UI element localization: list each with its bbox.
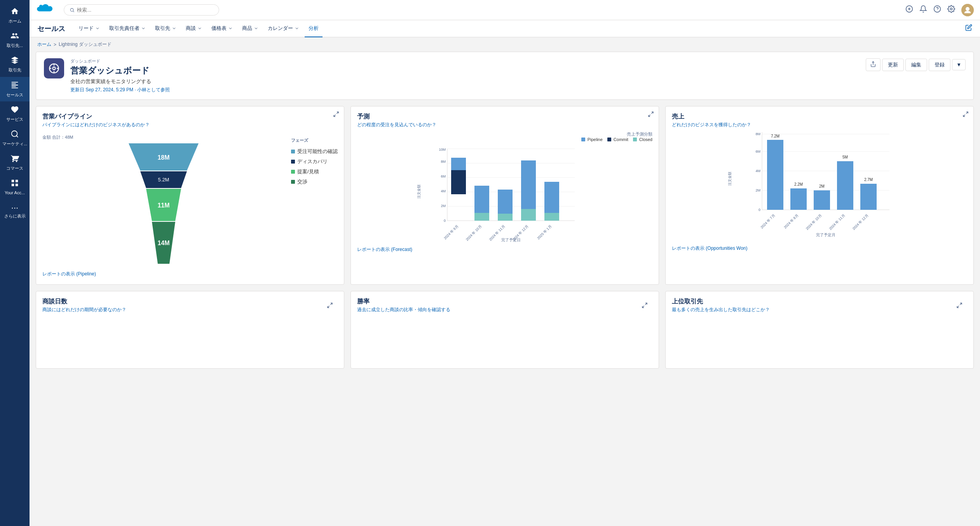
avatar[interactable]	[961, 4, 974, 16]
sidebar-item-more[interactable]: ··· さらに表示	[0, 200, 30, 223]
svg-line-97	[645, 303, 647, 305]
sales-icon	[10, 81, 19, 91]
subscribe-button[interactable]: 登録	[929, 59, 950, 71]
legend-color-2	[291, 160, 295, 164]
pipeline-subtitle[interactable]: パイプラインにはどれだけのビジネスがあるのか？	[42, 122, 338, 128]
sidebar-item-sales[interactable]: セールス	[0, 77, 30, 101]
settings-icon[interactable]	[947, 5, 955, 15]
svg-text:2024 年 7月: 2024 年 7月	[760, 213, 776, 229]
nav-item-analytics[interactable]: 分析	[305, 20, 323, 37]
chevron-down-icon-5	[228, 26, 233, 31]
nav-label-deals: 商談	[186, 25, 196, 32]
svg-line-98	[642, 306, 644, 308]
svg-text:注文金額: 注文金額	[728, 172, 732, 186]
help-icon[interactable]	[933, 5, 941, 15]
svg-line-66	[963, 115, 965, 117]
navbar-title: セールス	[37, 24, 65, 33]
sidebar-item-contacts[interactable]: 取引先...	[0, 28, 30, 52]
sidebar-label-commerce: コマース	[6, 166, 23, 171]
marketing-icon	[10, 130, 19, 140]
revenue-subtitle[interactable]: どれだけのビジネスを獲得したのか？	[672, 122, 967, 128]
sidebar-label-more: さらに表示	[4, 214, 26, 219]
top-accounts-title: 上位取引先	[672, 298, 967, 306]
forecast-report-link[interactable]: レポートの表示 (Forecast)	[357, 246, 652, 253]
breadcrumb: ホーム > Lightning ダッシュボード	[30, 37, 980, 52]
sidebar-item-marketing[interactable]: マーケティ...	[0, 126, 30, 150]
revenue-title: 売上	[672, 113, 967, 121]
nav-item-pricelist[interactable]: 価格表	[208, 20, 237, 37]
revenue-expand-icon[interactable]	[963, 111, 969, 119]
sidebar-item-commerce[interactable]: コマース	[0, 150, 30, 175]
deal-days-subtitle[interactable]: 商談にはどれだけの期間が必要なのか？	[42, 307, 338, 313]
chevron-down-icon-4	[197, 26, 202, 31]
refresh-button[interactable]: 更新	[882, 59, 904, 71]
pipeline-title: 営業パイプライン	[42, 113, 338, 121]
forecast-legend-items: Pipeline Commit Closed	[357, 137, 652, 142]
svg-rect-58	[544, 213, 559, 221]
search-input[interactable]	[77, 7, 213, 13]
nav-label-leads: リード	[78, 25, 94, 32]
dashboard-icon	[44, 58, 64, 78]
nav-label-accounts: 取引先	[155, 25, 170, 32]
svg-point-15	[966, 7, 970, 11]
forecast-expand-icon[interactable]	[648, 111, 654, 119]
add-icon[interactable]	[905, 5, 913, 15]
charts-grid: 営業パイプライン パイプラインにはどれだけのビジネスがあるのか？ 金額 合計：4…	[30, 106, 980, 291]
top-accounts-subtitle[interactable]: 最も多くの売上を生み出した取引先はどこか？	[672, 307, 967, 313]
svg-text:2024 年 11月: 2024 年 11月	[828, 213, 846, 231]
nav-item-accounts[interactable]: 取引先	[151, 20, 180, 37]
svg-rect-4	[12, 184, 14, 186]
top-accounts-expand-icon[interactable]	[956, 302, 963, 310]
deal-days-expand-icon[interactable]	[327, 302, 333, 310]
legend-item-1: 受注可能性の確認	[291, 148, 338, 155]
nav-items: リード 取引先責任者 取引先 商談 価格表	[75, 20, 323, 37]
nav-label-calendar: カレンダー	[268, 25, 293, 32]
svg-text:5.2M: 5.2M	[158, 177, 169, 183]
sidebar-item-service[interactable]: サービス	[0, 101, 30, 126]
svg-rect-54	[498, 214, 513, 221]
breadcrumb-home[interactable]: ホーム	[37, 41, 51, 48]
sidebar-item-accounts[interactable]: 取引先	[0, 52, 30, 77]
svg-rect-2	[12, 180, 14, 182]
pipeline-chart-card: 営業パイプライン パイプラインにはどれだけのビジネスがあるのか？ 金額 合計：4…	[36, 106, 344, 285]
notification-icon[interactable]	[919, 5, 927, 15]
pipeline-report-link[interactable]: レポートの表示 (Pipeline)	[42, 271, 338, 277]
win-rate-subtitle[interactable]: 過去に成立した商談の比率・傾向を確認する	[357, 307, 652, 313]
content: ホーム > Lightning ダッシュボード ダッシュボード 営業ダッシュボー…	[30, 37, 980, 526]
svg-rect-5	[16, 184, 18, 186]
nav-item-leads[interactable]: リード	[75, 20, 104, 37]
nav-item-calendar[interactable]: カレンダー	[264, 20, 303, 37]
nav-item-contacts[interactable]: 取引先責任者	[105, 20, 150, 37]
more-button[interactable]: ▼	[952, 59, 966, 70]
search-box[interactable]	[64, 4, 219, 16]
nav-edit-icon[interactable]	[965, 24, 972, 33]
svg-line-95	[330, 303, 332, 305]
forecast-subtitle[interactable]: どの程度の受注を見込んでいるのか？	[357, 122, 652, 128]
home-icon	[10, 7, 19, 17]
nav-item-products[interactable]: 商品	[238, 20, 262, 37]
svg-rect-50	[451, 158, 466, 170]
svg-text:2024 年 10月: 2024 年 10月	[465, 224, 483, 242]
svg-text:2024 年 9月: 2024 年 9月	[443, 224, 459, 240]
breadcrumb-sep: >	[54, 42, 56, 47]
edit-button[interactable]: 編集	[905, 59, 927, 71]
legend-color-3	[291, 170, 295, 174]
win-rate-expand-icon[interactable]	[642, 302, 648, 310]
pipeline-legend-title: フェーズ	[291, 138, 338, 143]
nav-item-deals[interactable]: 商談	[182, 20, 206, 37]
legend-item-4: 交渉	[291, 178, 338, 185]
share-button[interactable]	[866, 58, 881, 71]
legend-color-1	[291, 150, 295, 153]
sidebar-label-accounts: 取引先	[9, 68, 21, 73]
dashboard-description: 全社の営業実績をモニタリングする	[70, 78, 866, 85]
svg-rect-49	[451, 170, 466, 194]
svg-line-99	[960, 303, 962, 305]
forecast-legend-title: 売上予測分類	[627, 131, 652, 137]
sidebar-label-youracc: Your Acc...	[5, 190, 25, 195]
svg-line-65	[966, 112, 968, 114]
svg-text:2M: 2M	[441, 204, 446, 208]
sidebar-item-home[interactable]: ホーム	[0, 3, 30, 28]
sidebar-item-youracc[interactable]: Your Acc...	[0, 175, 30, 199]
revenue-report-link[interactable]: レポートの表示 (Opportunities Won)	[672, 245, 967, 252]
pipeline-expand-icon[interactable]	[333, 111, 339, 119]
